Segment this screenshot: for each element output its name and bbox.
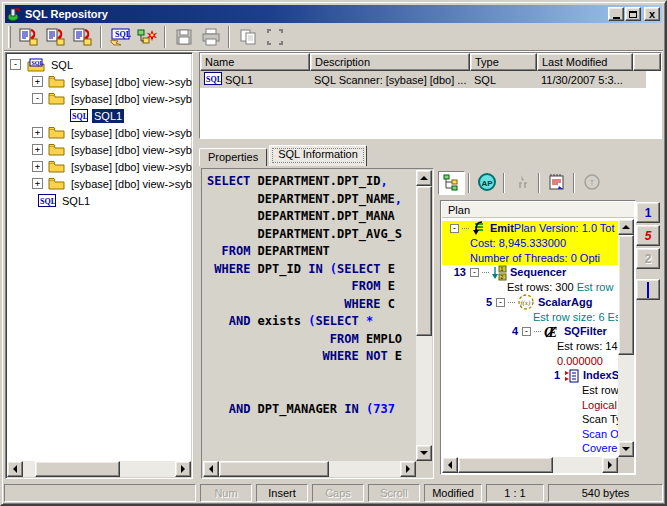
- tree-expand-toggle[interactable]: -: [32, 93, 43, 104]
- tree-expand-toggle[interactable]: -: [10, 59, 21, 70]
- plan-list-button[interactable]: [636, 279, 660, 300]
- cell-text: SQL Scanner: [sybase] [dbo] ...: [314, 74, 466, 86]
- tree-item[interactable]: +[sybase] [dbo] view->syba: [6, 73, 192, 90]
- editor-vscrollbar[interactable]: [416, 170, 432, 461]
- plan-node-number: 5: [468, 295, 492, 310]
- table-row[interactable]: SQLSQL1SQL Scanner: [sybase] [dbo] ...SQ…: [200, 71, 646, 88]
- titlebar[interactable]: SQL Repository x: [5, 5, 662, 23]
- table-cell: SQLSQL1: [200, 72, 310, 87]
- scroll-down-icon[interactable]: [416, 445, 432, 461]
- auto-plan-button[interactable]: AP: [473, 171, 500, 195]
- plan-node[interactable]: 4-ŒSQFilterEst rows: 140.000000: [442, 324, 618, 368]
- scroll-right-icon[interactable]: [400, 461, 416, 477]
- tree-hscrollbar[interactable]: [7, 461, 191, 477]
- scroll-left-icon[interactable]: [7, 461, 23, 477]
- editor-vscroll-thumb[interactable]: [416, 186, 432, 336]
- trace-icon: [512, 173, 532, 194]
- toolbar-grip[interactable]: [8, 26, 11, 48]
- editor-hscroll-thumb[interactable]: [219, 461, 329, 477]
- svg-text:1: 1: [501, 266, 504, 272]
- scroll-left-icon[interactable]: [442, 457, 458, 473]
- column-header[interactable]: Description: [310, 53, 470, 71]
- tree-item[interactable]: +[sybase] [dbo] view->syba: [6, 124, 192, 141]
- sql-editor-panel: SELECT DEPARTMENT.DPT_ID, DEPARTMENT.DPT…: [201, 168, 434, 479]
- select-button[interactable]: [261, 25, 288, 49]
- plan-node[interactable]: 13-12SequencerEst rows: 300 Est row: [442, 265, 618, 295]
- status-panel-insert: Insert: [256, 484, 308, 502]
- plan-tree-view-button[interactable]: [438, 171, 465, 195]
- plan-node-title: SQFilter: [564, 324, 607, 339]
- plan-vscrollbar[interactable]: [618, 219, 634, 457]
- trace-button[interactable]: [508, 171, 535, 195]
- save-button[interactable]: [170, 25, 197, 49]
- notes-button[interactable]: [543, 171, 570, 195]
- tree-expand-toggle[interactable]: +: [32, 161, 43, 172]
- plan-toolbar: APT: [438, 170, 605, 196]
- minimize-button[interactable]: [608, 7, 624, 21]
- copy-button[interactable]: [234, 25, 261, 49]
- print-icon: [201, 28, 221, 46]
- timer-button[interactable]: T: [578, 171, 605, 195]
- tree-item[interactable]: -SQLSQL: [6, 56, 192, 73]
- plan-node-detail: Logical: [442, 398, 618, 413]
- tree-item[interactable]: SQLSQL1: [6, 107, 192, 124]
- sql-scanner-button[interactable]: SQL: [106, 25, 133, 49]
- maximize-button[interactable]: [625, 7, 641, 21]
- tree-item[interactable]: -[sybase] [dbo] view->syba: [6, 90, 192, 107]
- tree-expand-toggle[interactable]: +: [32, 144, 43, 155]
- tree-item[interactable]: +[sybase] [dbo] view->syba: [6, 175, 192, 192]
- plan-node[interactable]: 5-f(x)ScalarAggEst row size: 6 Es: [442, 295, 618, 325]
- column-header[interactable]: Name: [200, 53, 310, 71]
- plan-node[interactable]: 1IndexSEst rowLogical Scan TyScan OrCove…: [442, 368, 618, 457]
- notes-icon: [547, 173, 567, 194]
- statusbar: NumInsertCapsScrollModified1 : 1540 byte…: [4, 480, 663, 502]
- plan-node-detail: Number of Threads: 0 Opti: [442, 251, 618, 266]
- tree-item[interactable]: +[sybase] [dbo] view->syba: [6, 158, 192, 175]
- tab-properties[interactable]: Properties: [199, 148, 267, 166]
- status-panel-1-1: 1 : 1: [486, 484, 544, 502]
- scroll-right-icon[interactable]: [602, 457, 618, 473]
- close-button[interactable]: x: [644, 7, 660, 21]
- plan-expand-toggle[interactable]: -: [450, 224, 459, 233]
- tree-item-label: SQL1: [60, 194, 92, 208]
- cell-text: 11/30/2007 5:3...: [541, 74, 623, 86]
- sql-text[interactable]: SELECT DEPARTMENT.DPT_ID, DEPARTMENT.DPT…: [204, 171, 415, 460]
- send-sql-to-file-button[interactable]: [15, 25, 42, 49]
- plan-side-buttons: 152: [636, 202, 660, 300]
- column-header[interactable]: [633, 53, 661, 71]
- plan-hscrollbar[interactable]: [442, 457, 618, 473]
- new-plan-button[interactable]: [133, 25, 160, 49]
- tree-hscroll-thumb[interactable]: [35, 461, 120, 477]
- sql-repository-window: SQL Repository x SQL -SQLSQL+[sybase] [d…: [0, 0, 667, 506]
- plan-5-button[interactable]: 5: [636, 225, 660, 246]
- tab-sql-information[interactable]: SQL Information: [269, 145, 367, 166]
- scroll-up-icon[interactable]: [618, 219, 634, 235]
- send-sql-to-word-button[interactable]: [42, 25, 69, 49]
- scroll-right-icon[interactable]: [175, 461, 191, 477]
- plan-expand-toggle[interactable]: -: [470, 268, 479, 277]
- plan-header-label: Plan: [448, 204, 470, 216]
- tree-item[interactable]: +[sybase] [dbo] view->syba: [6, 141, 192, 158]
- plan-1-button[interactable]: 1: [636, 202, 660, 223]
- plan-2-button: 2: [636, 248, 660, 269]
- scroll-down-icon[interactable]: [618, 441, 634, 457]
- scroll-left-icon[interactable]: [203, 461, 219, 477]
- plan-hscroll-thumb[interactable]: [458, 457, 553, 473]
- scroll-up-icon[interactable]: [416, 170, 432, 186]
- tree-expand-toggle[interactable]: +: [32, 178, 43, 189]
- svg-text:SQL: SQL: [40, 197, 56, 206]
- tree-expand-toggle[interactable]: +: [32, 127, 43, 138]
- editor-hscrollbar[interactable]: [203, 461, 416, 477]
- scroll-corner: [416, 461, 432, 477]
- plan-expand-toggle[interactable]: -: [496, 298, 505, 307]
- column-header[interactable]: Type: [470, 53, 537, 71]
- tree-item[interactable]: SQLSQL1: [6, 192, 192, 209]
- send-sql-to-report-button[interactable]: [69, 25, 96, 49]
- plan-node[interactable]: -Emit Plan Version: 1.0 TotCost: 8,945.3…: [442, 221, 618, 265]
- tree-expand-toggle[interactable]: +: [32, 76, 43, 87]
- column-header[interactable]: Last Modified: [537, 53, 633, 71]
- plan-vscroll-thumb[interactable]: [618, 235, 634, 355]
- plan-expand-toggle[interactable]: -: [522, 327, 531, 336]
- print-button[interactable]: [197, 25, 224, 49]
- tree-item-label: SQL1: [92, 109, 124, 123]
